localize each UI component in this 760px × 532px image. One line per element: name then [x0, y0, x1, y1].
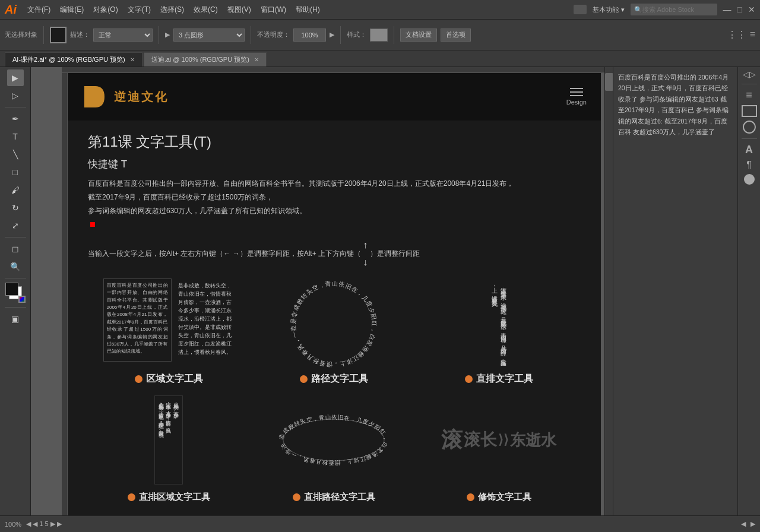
tool-select[interactable]: ▶ — [7, 69, 24, 86]
artboard-header: 逆迪文化 Design — [66, 73, 601, 121]
path-text-svg: 是非成败转头空，青山依旧在，几度夕阳红，白发渔樵江渚上，惯看秋月春风，一壶浊酒喜… — [283, 278, 384, 370]
menu-object[interactable]: 对象(O) — [88, 5, 122, 15]
point-shape-select[interactable]: 3 点圆形 — [173, 28, 245, 42]
tab-close-1[interactable]: ✕ — [130, 56, 135, 63]
right-text-icon[interactable]: A — [745, 144, 753, 156]
right-rect-icon[interactable] — [742, 105, 757, 117]
fill-color[interactable] — [50, 27, 66, 43]
color-swatches[interactable] — [5, 283, 26, 303]
tool-eraser[interactable]: ◻ — [7, 240, 24, 257]
style-label: 样式： — [347, 30, 366, 39]
vertical-text-area: 滚滚长江东逝水，浪花淘尽英雄，是非成败转头空，青山依旧在，几度夕阳红，白发渔樵江… — [418, 278, 580, 370]
svg-text:非成败转头空，青山依旧在，几度夕阳红，白发渔樵江渚上，惯看秋: 非成败转头空，青山依旧在，几度夕阳红，白发渔樵江渚上，惯看秋月春风，一壶浊酒，几… — [277, 413, 390, 466]
scroll-thumb[interactable] — [605, 73, 613, 91]
right-list-icon[interactable]: ≡ — [746, 89, 752, 102]
arrange-icon[interactable]: ⋮⋮ — [727, 29, 746, 40]
opacity-label: 不透明度： — [257, 30, 290, 39]
dot-area — [135, 375, 142, 383]
ruler-left — [62, 73, 68, 515]
design-menu[interactable]: Design — [566, 88, 587, 106]
right-icon-strip: ◁▷ ≡ A ¶ — [737, 67, 760, 515]
artboard: 逆迪文化 Design 第11课 文字工具(T) 快捷键 T 百度百科是百度公司… — [66, 73, 601, 515]
zoom-level: 100% — [5, 521, 21, 528]
brand-icon-svg — [81, 83, 109, 111]
tools-row1: 百度百科是百度公司推出的一部内容开放、自由的网络百科全书平台。其测试版于2006… — [88, 278, 580, 385]
tool-type[interactable]: T — [7, 128, 24, 145]
minimize-button[interactable]: — — [723, 5, 732, 14]
tool-line[interactable]: ╲ — [7, 146, 24, 163]
right-dot-icon[interactable] — [744, 174, 755, 185]
doc-settings-button[interactable]: 文档设置 — [400, 28, 437, 42]
tool-pen[interactable]: ✒ — [7, 110, 24, 127]
panels-icon[interactable]: ≡ — [750, 29, 755, 40]
right-preview-text: 百度百科是百度公司推出的 2006年4月20日上线，正式 年9月，百度百科已经收… — [613, 67, 737, 142]
left-tools-panel: ▶ ▷ ✒ T ╲ □ 🖌 ↻ ⤢ ◻ 🔍 ▣ — [0, 67, 31, 515]
tool-artboard[interactable]: ▣ — [7, 311, 24, 327]
tabs-bar: AI-课件2.ai* @ 100% (RGB/GPU 预览) ✕ 送迪.ai @… — [0, 50, 760, 67]
canvas-area[interactable]: 逆迪文化 Design 第11课 文字工具(T) 快捷键 T 百度百科是百度公司… — [31, 67, 604, 515]
ruler-top — [62, 67, 604, 73]
menu-help[interactable]: 帮助(H) — [291, 5, 325, 15]
menu-bar: Ai 文件(F) 编辑(E) 对象(O) 文字(T) 选择(S) 效果(C) 视… — [0, 0, 760, 20]
menu-window[interactable]: 窗口(W) — [256, 5, 291, 15]
style-swatch[interactable] — [370, 28, 388, 42]
tab-close-2[interactable]: ✕ — [254, 56, 259, 63]
preferences-button[interactable]: 首选项 — [441, 28, 471, 42]
bottom-prev[interactable]: ◀ — [741, 520, 746, 528]
menu-file[interactable]: 文件(F) — [23, 5, 55, 15]
area-text-block2: 是非成败，数转头空，青山依旧在，惜情看秋月倩影，一壶浊酒，古今多少事，潮涌长江东… — [175, 278, 235, 362]
vert-path-preview: 非成败转头空，青山依旧在，几度夕阳红，白发渔樵江渚上，惯看秋月春风，一壶浊酒，几… — [253, 391, 414, 489]
tab-file2[interactable]: 送迪.ai @ 100% (RGB/GPU 预览) ✕ — [144, 52, 267, 66]
menu-select[interactable]: 选择(S) — [156, 5, 189, 15]
no-selection-label: 无选择对象 — [5, 30, 37, 39]
menu-text[interactable]: 文字(T) — [123, 5, 156, 15]
menu-effect[interactable]: 效果(C) — [189, 5, 223, 15]
deco-text-label: 修饰文字工具 — [467, 492, 531, 503]
tool-zoom[interactable]: 🔍 — [7, 258, 24, 275]
tool-rotate[interactable]: ↻ — [7, 200, 24, 216]
bottom-next[interactable]: ▶ — [750, 520, 755, 528]
path-text-demo: 是非成败转头空，青山依旧在，几度夕阳红，白发渔樵江渚上，惯看秋月春风，一壶浊酒喜… — [253, 278, 414, 385]
tool-scale[interactable]: ⤢ — [7, 217, 24, 234]
menu-view[interactable]: 视图(V) — [223, 5, 256, 15]
right-circle-icon[interactable] — [743, 121, 756, 134]
vert-path-demo: 非成败转头空，青山依旧在，几度夕阳红，白发渔樵江渚上，惯看秋月春风，一壶浊酒，几… — [253, 391, 414, 503]
vert-path-svg: 非成败转头空，青山依旧在，几度夕阳红，白发渔樵江渚上，惯看秋月春风，一壶浊酒，几… — [277, 413, 390, 467]
tool-brush[interactable]: 🖌 — [7, 182, 24, 198]
tip-text: 当输入一段文字之后，按Alt+ 左右方向键（← →）是调整字间距，按Alt+ 上… — [88, 237, 580, 271]
tab-file1[interactable]: AI-课件2.ai* @ 100% (RGB/GPU 预览) ✕ — [5, 52, 142, 66]
area-text-block1: 百度百科是百度公司推出的一部内容开放、自由的网络百科全书平台。其测试版于2006… — [103, 278, 172, 362]
tool-rect[interactable]: □ — [7, 164, 24, 180]
maximize-button[interactable]: □ — [737, 5, 742, 14]
path-text-label: 路径文字工具 — [300, 373, 368, 385]
brand-logo: 逆迪文化 — [81, 83, 169, 111]
brand-name: 逆迪文化 — [114, 89, 169, 105]
menu-edit[interactable]: 编辑(E) — [55, 5, 88, 15]
strip-sep2 — [742, 138, 757, 139]
svg-text:是非成败转头空，青山依旧在，几度夕阳红，白发渔樵江渚上，惯看: 是非成败转头空，青山依旧在，几度夕阳红，白发渔樵江渚上，惯看秋月春风，一壶浊酒喜… — [283, 278, 378, 368]
vertical-text-demo: 滚滚长江东逝水，浪花淘尽英雄，是非成败转头空，青山依旧在，几度夕阳红，白发渔樵江… — [418, 278, 580, 385]
blend-select[interactable]: 正常 — [93, 28, 153, 42]
deco-text-demo: 滚 滚长 ⟩⟩ 东逝水 修饰文字工具 — [418, 391, 580, 503]
opacity-input[interactable] — [293, 28, 326, 42]
opacity-arrow: ▶ — [330, 31, 334, 39]
close-button[interactable]: ✕ — [748, 5, 755, 14]
search-input[interactable] — [642, 6, 714, 13]
page-nav[interactable]: ◀ ◀ 1 5 ▶ ▶ — [26, 520, 62, 528]
search-icon: 🔍 — [634, 6, 642, 14]
vert-area-demo: 非成败转头空，青山依旧在，几度夕阳红，白发渔樵。 江东逝水，古今多少事，依旧看，… — [88, 391, 249, 503]
toolbar: 无选择对象 描述： 正常 ▶ 3 点圆形 不透明度： ▶ 样式： 文档设置 首选… — [0, 20, 760, 50]
right-para-icon[interactable]: ¶ — [746, 160, 752, 170]
lesson-title: 第11课 文字工具(T) — [88, 132, 580, 151]
description-text: 百度百科是百度公司推出的一部内容开放、自由的网络百科全书平台。其测试版于2006… — [88, 177, 580, 231]
path-text-area: 是非成败转头空，青山依旧在，几度夕阳红，白发渔樵江渚上，惯看秋月春风，一壶浊酒喜… — [253, 278, 414, 370]
workspace-label[interactable]: 基本功能 ▾ — [593, 5, 624, 14]
right-expand-icon[interactable]: ◁▷ — [743, 69, 756, 79]
tools-row2: 非成败转头空，青山依旧在，几度夕阳红，白发渔樵。 江东逝水，古今多少事，依旧看，… — [88, 391, 580, 503]
vert-path-label: 直排路径文字工具 — [293, 492, 375, 503]
artboard-content: 第11课 文字工具(T) 快捷键 T 百度百科是百度公司推出的一部内容开放、自由… — [66, 121, 601, 512]
tool-direct-select[interactable]: ▷ — [7, 87, 24, 104]
vert-area-preview: 非成败转头空，青山依旧在，几度夕阳红，白发渔樵。 江东逝水，古今多少事，依旧看，… — [88, 391, 249, 489]
right-properties-panel: 百度百科是百度公司推出的 2006年4月20日上线，正式 年9月，百度百科已经收… — [613, 67, 737, 515]
scroll-right[interactable] — [604, 67, 613, 515]
